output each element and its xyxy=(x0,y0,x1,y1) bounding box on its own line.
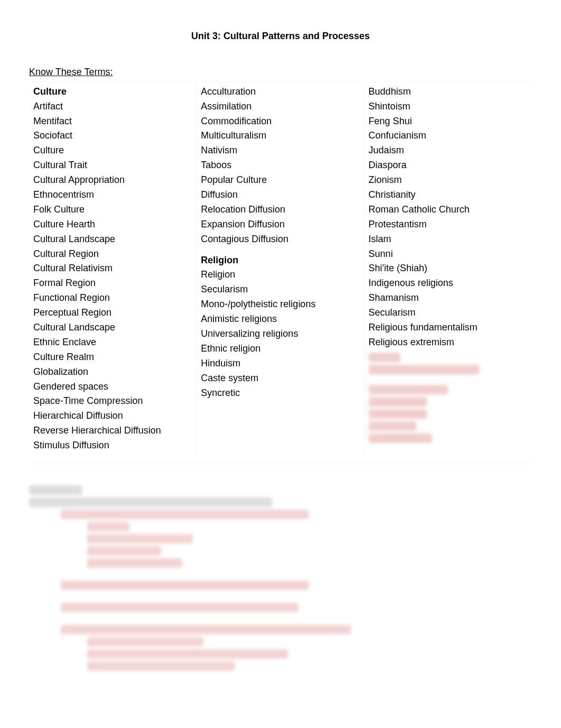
obscured-text xyxy=(369,385,448,394)
term-item: Indigenous religions xyxy=(369,276,528,291)
term-item: Secularism xyxy=(369,306,528,320)
term-item: Multiculturalism xyxy=(201,128,359,143)
term-item: Formal Region xyxy=(33,276,192,291)
term-item: Zionism xyxy=(369,173,528,188)
term-item: Culture Realm xyxy=(33,350,192,365)
term-item: Assimilation xyxy=(201,99,359,114)
term-item: Acculturation xyxy=(201,85,359,99)
category-heading: Religion xyxy=(201,253,359,268)
obscured-text xyxy=(369,397,427,407)
term-item: Universalizing religions xyxy=(201,327,359,342)
term-item: Culture xyxy=(33,143,192,158)
term-item: Shamanism xyxy=(369,291,528,306)
term-item: Hinduism xyxy=(201,356,359,371)
term-item: Roman Catholic Church xyxy=(369,202,528,217)
term-item: Buddhism xyxy=(369,85,528,99)
term-item: Nativism xyxy=(201,143,359,158)
term-item: Cultural Relativism xyxy=(33,261,192,276)
term-item: Space-Time Compression xyxy=(33,394,192,409)
term-item: Caste system xyxy=(201,371,359,386)
term-item: Folk Culture xyxy=(33,202,192,217)
term-item: Religious fundamentalism xyxy=(369,320,528,335)
term-item: Expansion Diffusion xyxy=(201,217,359,232)
term-item: Feng Shui xyxy=(369,114,528,129)
term-item: Shi'ite (Shiah) xyxy=(369,261,528,276)
term-item: Mono-/polytheistic religions xyxy=(201,297,359,312)
term-item: Secularism xyxy=(201,282,359,297)
term-item: Functional Region xyxy=(33,291,192,306)
obscured-text xyxy=(369,353,400,362)
obscured-section xyxy=(29,485,532,671)
term-item: Religious extremism xyxy=(369,335,528,350)
term-item: Contagious Diffusion xyxy=(201,232,359,247)
term-item: Cultural Appropriation xyxy=(33,173,192,188)
term-item: Cultural Trait xyxy=(33,158,192,173)
term-item: Popular Culture xyxy=(201,173,359,188)
term-item: Diffusion xyxy=(201,188,359,202)
term-item: Diaspora xyxy=(369,158,528,173)
term-item: Cultural Region xyxy=(33,247,192,262)
terms-table: Culture Artifact Mentifact Sociofact Cul… xyxy=(29,82,532,464)
term-item: Protestantism xyxy=(369,217,528,232)
term-item: Sunni xyxy=(369,247,528,262)
terms-column-2: Acculturation Assimilation Commodificati… xyxy=(197,82,364,453)
term-item: Shintoism xyxy=(369,99,528,114)
obscured-text xyxy=(369,365,480,374)
term-item: Ethnic religion xyxy=(201,342,359,356)
obscured-text xyxy=(369,409,427,419)
terms-column-1: Culture Artifact Mentifact Sociofact Cul… xyxy=(29,82,197,453)
obscured-text xyxy=(369,434,432,443)
term-item: Ethnic Enclave xyxy=(33,335,192,350)
term-item: Taboos xyxy=(201,158,359,173)
term-item: Christianity xyxy=(369,188,528,202)
terms-column-3: Buddhism Shintoism Feng Shui Confucianis… xyxy=(364,82,532,453)
term-item: Perceptual Region xyxy=(33,306,192,320)
obscured-text xyxy=(369,421,416,431)
term-item: Cultural Landscape xyxy=(33,232,192,247)
term-item: Gendered spaces xyxy=(33,380,192,394)
section-subtitle: Know These Terms: xyxy=(29,65,532,80)
term-item: Religion xyxy=(201,268,359,282)
term-item: Mentifact xyxy=(33,114,192,129)
term-item: Hierarchical Diffusion xyxy=(33,409,192,423)
term-item: Islam xyxy=(369,232,528,247)
term-item: Stimulus Diffusion xyxy=(33,438,192,453)
term-item: Culture Hearth xyxy=(33,217,192,232)
term-item: Ethnocentrism xyxy=(33,188,192,202)
term-item: Confucianism xyxy=(369,128,528,143)
term-item: Animistic religions xyxy=(201,312,359,327)
term-item: Commodification xyxy=(201,114,359,129)
term-item: Relocation Diffusion xyxy=(201,202,359,217)
page-title: Unit 3: Cultural Patterns and Processes xyxy=(29,29,532,44)
term-item: Globalization xyxy=(33,365,192,380)
term-item: Artifact xyxy=(33,99,192,114)
term-item: Syncretic xyxy=(201,386,359,401)
term-item: Judaism xyxy=(369,143,528,158)
term-item: Sociofact xyxy=(33,128,192,143)
category-heading: Culture xyxy=(33,85,192,99)
term-item: Cultural Landscape xyxy=(33,320,192,335)
term-item: Reverse Hierarchical Diffusion xyxy=(33,423,192,438)
